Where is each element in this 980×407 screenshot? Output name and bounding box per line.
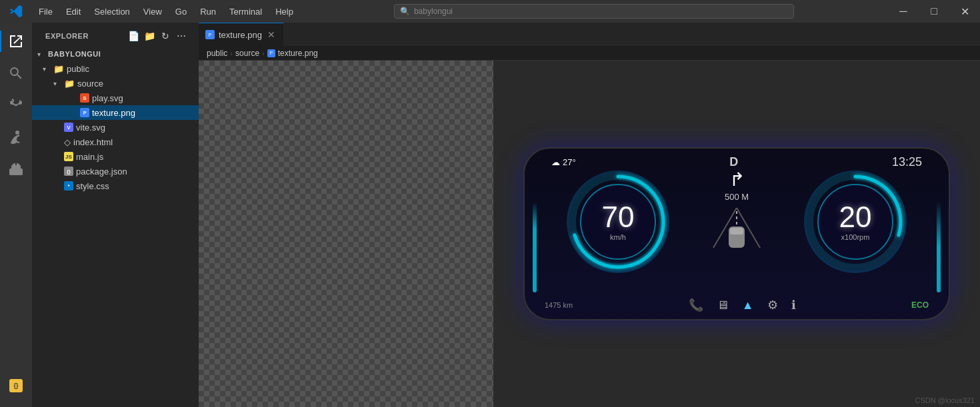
folder-icon: 📁 [64,79,75,89]
nav-arrow-icon: ↱ [729,169,745,191]
menu-view[interactable]: View [137,0,169,23]
dash-right-bar-indicator [937,202,941,292]
breadcrumb: public › source › P texture.png [199,46,980,61]
tree-item-package-json[interactable]: {} package.json [32,164,199,179]
menu-edit[interactable]: Edit [59,0,87,23]
dash-distance: 1475 km [545,301,573,309]
dash-eco-mode: ECO [911,300,929,310]
activity-source-control[interactable] [0,89,32,121]
speed-value: 70 km/h [565,169,671,275]
editor-area: P texture.png ✕ public › source › P text… [199,23,980,407]
title-search-area: 🔍 babylongui [300,4,888,19]
tree-item-main-js[interactable]: JS main.js [32,149,199,164]
close-button[interactable]: ✕ [949,0,980,23]
sidebar-header: EXPLORER 📄 📁 ↻ ⋯ [32,23,199,47]
menu-terminal[interactable]: Terminal [223,0,269,23]
maximize-button[interactable]: □ [919,0,949,23]
breadcrumb-file[interactable]: texture.png [278,49,318,58]
tree-item-public[interactable]: ▾ 📁 public [32,61,199,76]
dash-bottom-icons: 📞 🖥 ▲ ⚙ ℹ [689,298,796,312]
menu-run[interactable]: Run [193,0,223,23]
breadcrumb-source[interactable]: source [235,49,259,58]
vscode-app-icon [0,0,32,23]
dash-topbar: ☁ 27° D 13:25 [525,155,949,169]
new-folder-button[interactable]: 📁 [143,29,156,43]
tab-close-button[interactable]: ✕ [266,29,277,40]
rpm-gauge: 20 x100rpm [802,169,909,275]
menu-go[interactable]: Go [169,0,193,23]
tab-texture-png[interactable]: P texture.png ✕ [199,23,284,46]
collapse-all-button[interactable]: ⋯ [175,29,188,43]
road-perspective [703,208,770,248]
nav-icon: ▲ [742,298,754,312]
file-label-main-js: main.js [76,152,103,162]
svg-point-0 [15,131,19,135]
title-search-box[interactable]: 🔍 babylongui [394,4,794,19]
chevron-down-icon: ▾ [37,51,48,58]
dash-time: 13:25 [892,155,922,169]
main-content: {} EXPLORER 📄 📁 ↻ ⋯ ▾ BABYLONGUI ▾ 📁 p [0,23,980,407]
sidebar: EXPLORER 📄 📁 ↻ ⋯ ▾ BABYLONGUI ▾ 📁 public [32,23,199,407]
explorer-title: EXPLORER [45,32,89,40]
css-file-icon: * [64,181,73,191]
sidebar-actions: 📄 📁 ↻ ⋯ [127,29,188,43]
dash-gear: D [729,155,738,169]
info-icon: ℹ [791,298,796,312]
tree-item-play-svg[interactable]: S play.svg [32,91,199,105]
tree-item-style-css[interactable]: * style.css [32,179,199,193]
speed-gauge: 70 km/h [565,169,671,275]
minimize-button[interactable]: ─ [888,0,919,23]
rpm-unit: x100rpm [841,233,870,241]
folder-icon: 📁 [53,64,64,74]
breadcrumb-sep-1: › [230,49,233,57]
nav-distance: 500 M [725,192,749,202]
new-file-button[interactable]: 📄 [127,29,140,43]
tab-file-icon: P [205,30,215,39]
menu-file[interactable]: File [32,0,59,23]
refresh-button[interactable]: ↻ [159,29,172,43]
breadcrumb-file-icon: P [267,49,275,57]
title-bar: File Edit Selection View Go Run Terminal… [0,0,980,23]
image-preview: ☁ 27° D 13:25 [199,61,980,407]
file-tree: ▾ BABYLONGUI ▾ 📁 public ▾ 📁 source S pla… [32,47,199,407]
dash-temp: 27° [563,157,576,167]
tree-item-vite-svg[interactable]: V vite.svg [32,120,199,135]
search-icon: 🔍 [400,7,410,16]
csdn-watermark: CSDN @locus321 [915,396,975,404]
tab-label: texture.png [219,30,262,40]
speed-unit: km/h [610,233,626,241]
activity-extensions[interactable] [0,153,32,185]
png-file-icon: P [80,108,89,117]
dashboard-container: ☁ 27° D 13:25 [493,61,980,407]
breadcrumb-public[interactable]: public [207,49,227,58]
settings-icon: ⚙ [767,298,778,312]
tab-bar: P texture.png ✕ [199,23,980,46]
activity-run-debug[interactable] [0,121,32,153]
chevron-down-icon: ▾ [43,65,53,73]
tree-item-index-html[interactable]: ◇ index.html [32,135,199,149]
file-label-index-html: index.html [73,137,113,147]
title-bar-left: File Edit Selection View Go Run Terminal… [0,0,300,23]
phone-icon: 📞 [689,298,703,312]
menu-help[interactable]: Help [269,0,300,23]
activity-json[interactable]: {} [0,370,32,402]
search-text: babylongui [414,7,453,16]
file-label-style-css: style.css [76,181,109,191]
rpm-number: 20 [839,203,872,232]
menu-selection[interactable]: Selection [87,0,136,23]
rpm-value: 20 x100rpm [802,169,909,275]
svg-file-icon: S [80,93,89,103]
activity-search[interactable] [0,57,32,89]
tree-project-root[interactable]: ▾ BABYLONGUI [32,47,199,61]
weather-icon: ☁ [551,157,560,167]
tree-item-source[interactable]: ▾ 📁 source [32,76,199,91]
dash-car-container [703,204,770,248]
dash-center: ↱ 500 M [685,162,789,299]
activity-explorer[interactable] [0,25,32,57]
title-bar-right: ─ □ ✕ [888,0,980,23]
svg-rect-8 [730,228,743,234]
file-label-vite-svg: vite.svg [76,123,105,133]
folder-label-source: source [77,79,103,89]
tree-item-texture-png[interactable]: P texture.png [32,105,199,120]
dash-bottombar: 1475 km 📞 🖥 ▲ ⚙ ℹ ECO [525,298,949,312]
